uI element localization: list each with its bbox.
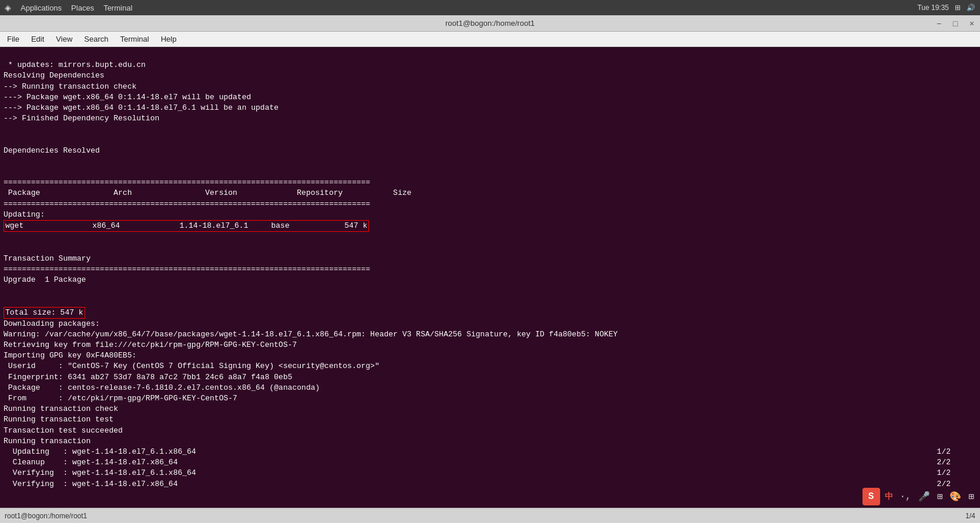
menu-help[interactable]: Help (156, 33, 182, 45)
terminal-content[interactable]: * updates: mirrors.bupt.edu.cn Resolving… (0, 47, 980, 508)
line-fingerprint: Fingerprint: 6341 ab27 53d7 8a78 a7c2 7b… (4, 373, 292, 382)
line-blank3 (4, 243, 8, 252)
line-warning: Warning: /var/cache/yum/x86_64/7/base/pa… (4, 330, 617, 339)
line-blank4 (4, 296, 8, 305)
line-tx-summary: Transaction Summary (4, 254, 90, 263)
line-verifying2: Verifying : wget-1.14-18.el7.x86_64 2/2 (4, 480, 343, 488)
line-wget-updated: ---> Package wget.x86_64 0:1.14-18.el7 w… (4, 93, 251, 102)
menu-search[interactable]: Search (79, 33, 113, 45)
line-importing: Importing GPG key 0xF4A80EB5: (4, 351, 136, 360)
line-run-test: Running transaction test (4, 415, 113, 424)
menu-view[interactable]: View (51, 33, 77, 45)
menu-applications[interactable]: Applications (21, 4, 62, 12)
maximize-button[interactable]: □ (947, 15, 964, 32)
progress-2: 2/2 (937, 457, 951, 468)
menu-bar: File Edit View Search Terminal Help (0, 32, 980, 47)
status-bar: root1@bogon:/home/root1 1/4 (0, 508, 980, 523)
separator3: ========================================… (4, 265, 370, 274)
terminal-window: root1@bogon:/home/root1 − □ × File Edit … (0, 15, 980, 523)
line-from: From : /etc/pki/rpm-gpg/RPM-GPG-KEY-Cent… (4, 394, 237, 403)
status-page: 1/4 (965, 512, 975, 520)
title-bar-controls: − □ × (931, 15, 980, 31)
line-cleanup: Cleanup : wget-1.14-18.el7.x86_64 2/2 (4, 458, 343, 467)
line-run-tx: Running transaction (4, 437, 90, 446)
system-logo: ◈ (5, 3, 11, 12)
clock: Tue 19:35 (917, 4, 949, 12)
separator2: ========================================… (4, 200, 370, 208)
close-button[interactable]: × (964, 15, 980, 32)
line-blank2 (4, 167, 8, 176)
menu-places[interactable]: Places (71, 4, 94, 12)
line-finished-dep: --> Finished Dependency Resolution (4, 114, 159, 123)
line-deps-resolved: Dependencies Resolved (4, 146, 100, 155)
line-wget-update: ---> Package wget.x86_64 0:1.14-18.el7_6… (4, 103, 278, 112)
line-verifying1: Verifying : wget-1.14-18.el7_6.1.x86_64 … (4, 468, 343, 477)
line-blank5 (4, 501, 8, 508)
line-updating-wget: Updating : wget-1.14-18.el7_6.1.x86_64 1… (4, 447, 343, 456)
progress-1: 1/2 (937, 447, 951, 457)
line-run-check: Running transaction check (4, 404, 118, 413)
minimize-button[interactable]: − (931, 15, 947, 32)
system-bar-right: Tue 19:35 ⊞ 🔊 (917, 4, 975, 12)
menu-terminal[interactable]: Terminal (103, 4, 132, 12)
table-header: Package Arch Version Repository Size (4, 188, 411, 197)
line-blank1 (4, 136, 8, 144)
line-updating-label: Updating: (4, 210, 45, 219)
line-test-succeeded: Transaction test succeeded (4, 426, 123, 435)
separator1: ========================================… (4, 178, 370, 187)
wget-row: wget x86_64 1.14-18.el7_6.1 base 547 k (4, 220, 369, 232)
network-icon: ⊞ (955, 4, 961, 12)
menu-terminal[interactable]: Terminal (116, 33, 154, 45)
line-updates: * updates: mirrors.bupt.edu.cn (4, 60, 146, 69)
line-userid: Userid : "CentOS-7 Key (CentOS 7 Officia… (4, 362, 380, 370)
progress-3: 1/2 (937, 468, 951, 478)
title-bar: root1@bogon:/home/root1 − □ × (0, 15, 980, 32)
status-tab-label: root1@bogon:/home/root1 (5, 512, 87, 520)
total-size-row: Total size: 547 k (4, 307, 85, 319)
line-downloading: Downloading packages: (4, 319, 100, 328)
line-resolving: Resolving Dependencies (4, 71, 105, 80)
system-bar-left: ◈ Applications Places Terminal (5, 3, 132, 12)
menu-edit[interactable]: Edit (26, 33, 49, 45)
menu-file[interactable]: File (2, 33, 24, 45)
volume-icon: 🔊 (966, 4, 975, 12)
system-bar: ◈ Applications Places Terminal Tue 19:35… (0, 0, 980, 15)
line-package: Package : centos-release-7-6.1810.2.el7.… (4, 383, 320, 392)
line-retrieving: Retrieving key from file:///etc/pki/rpm-… (4, 340, 297, 349)
window-title: root1@bogon:/home/root1 (445, 19, 535, 28)
line-upgrade: Upgrade 1 Package (4, 275, 86, 284)
progress-4: 2/2 (937, 479, 951, 490)
line-transaction-check: --> Running transaction check (4, 82, 136, 91)
